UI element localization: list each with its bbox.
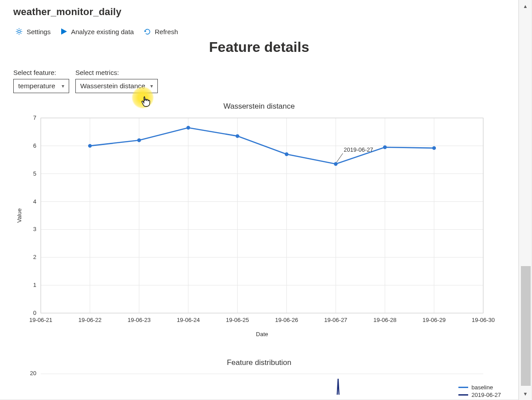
wasserstein-line-chart: 0123456719-06-2119-06-2219-06-2319-06-24… xyxy=(13,114,497,344)
svg-text:Date: Date xyxy=(256,331,268,337)
svg-text:7: 7 xyxy=(33,114,36,121)
svg-text:3: 3 xyxy=(33,226,36,232)
svg-text:0: 0 xyxy=(33,310,36,316)
legend-swatch-compare xyxy=(458,394,468,396)
chevron-down-icon: ▾ xyxy=(62,83,64,89)
feature-select-label: Select feature: xyxy=(13,69,69,76)
refresh-label: Refresh xyxy=(155,28,178,35)
chart-1-title: Wasserstein distance xyxy=(13,102,505,111)
svg-text:19-06-25: 19-06-25 xyxy=(226,317,249,323)
chart-2-title: Feature distribution xyxy=(13,358,505,367)
legend-swatch-baseline xyxy=(458,387,468,388)
chevron-down-icon: ▾ xyxy=(150,83,153,89)
svg-point-44 xyxy=(235,134,239,138)
chart-2-legend: baseline 2019-06-27 xyxy=(458,383,501,399)
svg-point-43 xyxy=(186,126,190,129)
page-title: weather_monitor_daily xyxy=(13,6,505,18)
svg-line-49 xyxy=(336,153,343,162)
scrollbar-down-icon[interactable]: ▼ xyxy=(519,388,532,400)
svg-point-42 xyxy=(137,138,141,142)
svg-text:19-06-26: 19-06-26 xyxy=(275,317,298,323)
command-bar: Settings Analyze existing data Refresh xyxy=(0,20,518,39)
legend-row-baseline: baseline xyxy=(458,384,501,391)
svg-text:20: 20 xyxy=(30,370,36,376)
svg-point-41 xyxy=(88,144,92,148)
settings-label: Settings xyxy=(27,28,51,35)
metrics-select-label: Select metrics: xyxy=(75,69,158,76)
scrollbar-thumb[interactable] xyxy=(521,266,531,386)
metrics-select[interactable]: Wasserstein distance ▾ xyxy=(75,79,158,93)
svg-text:6: 6 xyxy=(33,142,36,149)
svg-text:19-06-24: 19-06-24 xyxy=(177,317,200,323)
svg-point-48 xyxy=(432,146,436,150)
svg-text:19-06-30: 19-06-30 xyxy=(472,317,495,323)
svg-text:19-06-21: 19-06-21 xyxy=(29,317,52,323)
svg-text:19-06-28: 19-06-28 xyxy=(373,317,396,323)
feature-distribution-chart: 20 xyxy=(13,368,497,395)
feature-select[interactable]: temperature ▾ xyxy=(13,79,69,93)
svg-point-47 xyxy=(383,145,387,149)
scrollbar-up-icon[interactable]: ▲ xyxy=(519,0,532,12)
content-heading: Feature details xyxy=(13,39,505,55)
legend-label-compare: 2019-06-27 xyxy=(472,392,501,398)
gear-icon xyxy=(15,27,23,35)
play-icon xyxy=(60,28,67,35)
legend-row-compare: 2019-06-27 xyxy=(458,392,501,398)
analyze-button[interactable]: Analyze existing data xyxy=(60,28,134,35)
legend-label-baseline: baseline xyxy=(472,384,493,391)
refresh-icon xyxy=(144,28,151,35)
svg-point-0 xyxy=(18,30,20,33)
settings-button[interactable]: Settings xyxy=(15,27,51,35)
svg-text:2019-06-27: 2019-06-27 xyxy=(344,146,373,153)
metrics-select-value: Wasserstein distance xyxy=(80,82,145,90)
svg-marker-1 xyxy=(61,28,67,35)
svg-text:5: 5 xyxy=(33,170,36,177)
refresh-button[interactable]: Refresh xyxy=(144,28,178,35)
svg-point-46 xyxy=(334,162,337,166)
svg-point-45 xyxy=(285,153,288,156)
svg-text:Value: Value xyxy=(16,208,23,223)
svg-text:19-06-23: 19-06-23 xyxy=(128,317,151,323)
vertical-scrollbar[interactable]: ▲ ▼ xyxy=(519,0,532,400)
svg-text:19-06-29: 19-06-29 xyxy=(422,317,446,323)
svg-text:19-06-22: 19-06-22 xyxy=(78,317,102,323)
svg-text:19-06-27: 19-06-27 xyxy=(324,317,347,323)
analyze-label: Analyze existing data xyxy=(71,28,134,35)
svg-text:4: 4 xyxy=(33,198,36,205)
svg-text:2: 2 xyxy=(33,254,36,260)
feature-select-value: temperature xyxy=(18,82,55,90)
svg-text:1: 1 xyxy=(33,282,36,288)
